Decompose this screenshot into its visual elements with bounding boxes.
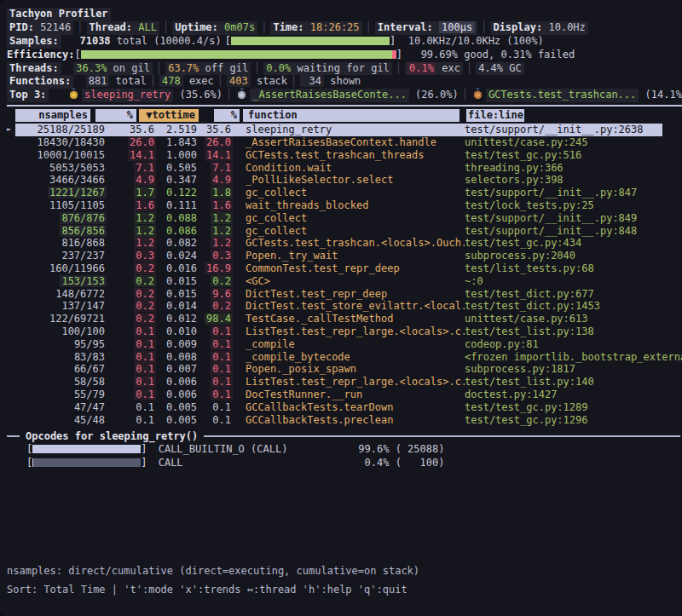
cell-function: gc_collect [233,212,465,225]
thread-stat-text: GC [503,62,522,74]
time-value: 18:26:25 [310,21,360,33]
thread-stat-value: 0.0% [266,62,291,74]
selected-row-marker-icon: ► [7,124,11,136]
app-title-line: Tachyon Profiler [7,8,682,21]
tottime-value: 0.024 [165,250,199,262]
table-row[interactable]: 153/1530.20.0150.2<GC>~:0 [7,275,682,288]
table-row[interactable]: 45/480.10.0050.1GCCallbackTests.preclean… [7,414,682,427]
separator: │ [159,21,172,33]
cell-percent: 0.3 [107,250,156,262]
cell-file-line: test/test_gc.py:516 [465,149,682,162]
cell-cumulative-percent: 98.4 [199,313,233,325]
separator: │ [287,75,300,87]
column-header-nsamples[interactable]: nsamples [15,109,90,122]
percent-value: 0.2 [134,313,156,325]
table-row[interactable]: 100/1000.10.0100.1ListTest.test_repr_lar… [7,325,682,338]
nsamples-value: 122/69721 [48,313,107,325]
table-row[interactable]: 66/670.10.0070.1Popen._posix_spawnsubpro… [7,363,682,376]
tottime-value: 0.015 [165,275,199,287]
opcode-bar [32,445,141,453]
table-row[interactable]: 5053/50537.10.5057.1Condition.waitthread… [7,162,682,175]
cell-tottime: 0.347 [156,174,199,187]
table-row[interactable]: 1221/12671.70.1221.8gc_collecttest/suppo… [7,187,682,199]
cell-nsamples: 153/153 [15,275,107,288]
cell-tottime: 2.519 [156,124,199,136]
cell-function: Popen._try_wait [233,250,465,262]
table-row[interactable]: 160/119660.20.01616.9CommonTest.test_rep… [7,262,682,275]
table-row[interactable]: ►25188/2518935.62.51935.6sleeping_retryt… [7,124,682,136]
cell-tottime: 0.088 [156,212,199,225]
cumulative-percent-value: 1.2 [211,212,233,224]
column-header-cumulative-percent[interactable]: % [214,109,240,122]
cumulative-percent-value: 0.1 [211,376,233,388]
table-row[interactable]: 18430/1843026.01.84326.0_AssertRaisesBas… [7,136,682,149]
cell-percent: 0.1 [107,376,156,389]
table-row[interactable]: 83/830.10.0080.1_compile_bytecode<frozen… [7,351,682,364]
table-row[interactable]: 10001/1001514.11.00014.1GCTests.test_tra… [7,149,682,162]
table-row[interactable]: 1105/11051.60.1111.6wait_threads_blocked… [7,199,682,212]
app-title: Tachyon Profiler [7,8,111,21]
table-row[interactable]: 47/470.10.0050.1GCCallbackTests.tearDown… [7,401,682,414]
cell-tottime: 0.082 [156,237,199,250]
top3-function-name: sleeping_retry [82,89,173,102]
column-header-percent[interactable]: % [95,109,136,122]
table-row[interactable]: 237/2370.30.0240.3Popen._try_waitsubproc… [7,250,682,262]
table-row[interactable]: 148/67720.20.0159.6DictTest.test_repr_de… [7,288,682,301]
cell-nsamples: 55/79 [15,389,107,401]
nsamples-value: 18430/18430 [36,136,107,148]
function-stat-value: 403 [229,75,248,87]
opcode-row: [] CALL 0.4% ( 100) [7,456,682,469]
cell-nsamples: 1221/1267 [15,187,107,199]
cumulative-percent-value: 14.1 [205,149,233,161]
separator: │ [463,62,476,74]
table-row[interactable]: 3466/34664.90.3474.9_PollLikeSelector.se… [7,174,682,187]
cell-tottime: 1.843 [156,136,199,149]
cumulative-percent-value: 0.1 [211,325,233,337]
column-header-tottime-sorted[interactable]: ▼tottime [139,109,199,122]
cell-file-line: test/test_gc.py:1296 [465,414,682,427]
table-row[interactable]: 122/697210.20.01298.4TestCase._callTestM… [7,313,682,325]
table-row[interactable]: 137/1470.20.0140.2DictTest.test_store_ev… [7,300,682,313]
table-row[interactable]: 55/790.10.0060.1DocTestRunner.__rundocte… [7,389,682,401]
top3-name-text: _AssertRaisesBaseConte... [252,89,407,101]
column-header-file-line[interactable]: file:line [466,109,524,122]
cell-cumulative-percent: 9.6 [199,288,233,301]
cell-function: GCCallbackTests.tearDown [233,401,465,414]
pid-field: PID: 52146 [7,21,73,35]
cumulative-percent-value: 16.9 [205,262,233,274]
cell-function: ListTest.test_repr_large.<locals>.c... [233,376,465,389]
cumulative-percent-value: 26.0 [205,136,233,148]
top3-line: Top 3: sleeping_retry (35.6%)│_AssertRai… [7,89,682,102]
table-row[interactable]: 58/580.10.0060.1ListTest.test_repr_large… [7,376,682,389]
cell-file-line: test/support/__init__.py:847 [465,187,682,199]
tottime-value: 0.505 [165,162,199,174]
cell-file-line: selectors.py:398 [465,174,682,187]
percent-value: 0.1 [134,363,156,375]
thread-stat-text: on gil [107,62,150,74]
table-header: nsamples % ▼tottime % function file:line [7,108,682,123]
cell-function: ListTest.test_repr_large.<locals>.c... [233,325,465,338]
percent-value: 35.6 [128,124,156,135]
thread-stat-segment: 0.0% waiting for gil [263,62,392,76]
percent-value: 0.2 [134,288,156,300]
thread-stat-text: off gil [199,62,248,74]
table-row[interactable]: 856/8561.20.0861.2gc_collecttest/support… [7,225,682,238]
table-row[interactable]: 95/950.10.0090.1_compilecodeop.py:81 [7,338,682,351]
cell-cumulative-percent: 1.2 [199,237,233,250]
nsamples-value: 148/6772 [54,288,107,300]
table-row[interactable]: 816/8681.20.0821.2GCTests.test_trashcan.… [7,237,682,250]
table-row[interactable]: 876/8761.20.0881.2gc_collecttest/support… [7,212,682,225]
separator: │ [459,89,471,101]
nsamples-value: 83/83 [72,351,107,363]
cell-tottime: 0.024 [156,250,199,262]
bar-open-bracket: [ [74,49,80,60]
thread-stat-segment: 0.1% exc [405,62,463,76]
percent-value: 4.9 [134,174,156,186]
cell-tottime: 0.014 [156,300,199,313]
samples-label: Samples: [7,35,61,49]
cumulative-percent-value: 0.1 [211,363,233,375]
column-header-function[interactable]: function [243,109,459,122]
thread-stat-segment: 36.3% on gil [73,62,153,76]
function-stat-value-box: 34 [300,75,324,87]
cell-percent: 0.2 [107,275,156,288]
